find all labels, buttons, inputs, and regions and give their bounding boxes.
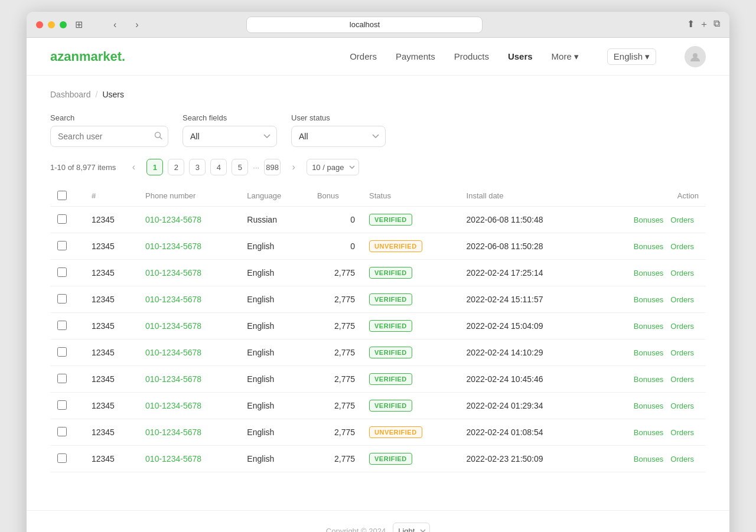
- row-install-date: 2022-02-24 01:29:34: [460, 393, 591, 419]
- back-button[interactable]: ‹: [110, 18, 120, 31]
- orders-link[interactable]: Orders: [670, 375, 694, 384]
- status-badge: VERIFIED: [369, 400, 412, 412]
- row-checkbox[interactable]: [57, 347, 67, 357]
- next-page-button[interactable]: ›: [285, 159, 302, 175]
- bonuses-link[interactable]: Bonuses: [634, 375, 664, 384]
- phone-link[interactable]: 010-1234-5678: [145, 321, 201, 331]
- search-icon: [154, 132, 162, 140]
- phone-link[interactable]: 010-1234-5678: [145, 215, 201, 224]
- nav-products[interactable]: Products: [454, 51, 489, 61]
- row-id: 12345: [84, 366, 138, 393]
- nav-orders[interactable]: Orders: [350, 51, 377, 61]
- language-selector[interactable]: English ▾: [607, 48, 656, 65]
- row-phone: 010-1234-5678: [138, 340, 240, 366]
- page-5-button[interactable]: 5: [232, 159, 248, 175]
- orders-link[interactable]: Orders: [670, 216, 694, 224]
- breadcrumb-dashboard[interactable]: Dashboard: [50, 90, 91, 99]
- row-actions: Bonuses Orders: [591, 419, 706, 446]
- row-id: 12345: [84, 260, 138, 286]
- page-4-button[interactable]: 4: [210, 159, 227, 175]
- bonuses-link[interactable]: Bonuses: [634, 455, 664, 464]
- row-install-date: 2022-06-08 11:50:28: [460, 233, 591, 260]
- page-2-button[interactable]: 2: [168, 159, 184, 175]
- row-checkbox[interactable]: [57, 400, 67, 410]
- page-3-button[interactable]: 3: [189, 159, 206, 175]
- per-page-select[interactable]: 10 / page: [307, 159, 359, 175]
- orders-link[interactable]: Orders: [670, 269, 694, 278]
- phone-link[interactable]: 010-1234-5678: [145, 427, 201, 437]
- row-checkbox[interactable]: [57, 267, 67, 277]
- search-icon-button[interactable]: [154, 132, 162, 142]
- bonuses-link[interactable]: Bonuses: [634, 242, 664, 251]
- bonuses-link[interactable]: Bonuses: [634, 322, 664, 331]
- table-row: 12345 010-1234-5678 English 2,775 VERIFI…: [50, 393, 706, 419]
- sidebar-toggle-button[interactable]: ⊞: [71, 18, 86, 31]
- row-bonus: 2,775: [310, 340, 362, 366]
- orders-link[interactable]: Orders: [670, 402, 694, 410]
- row-checkbox[interactable]: [57, 241, 67, 250]
- nav-payments[interactable]: Payments: [396, 51, 435, 61]
- phone-link[interactable]: 010-1234-5678: [145, 374, 201, 384]
- row-checkbox-cell: [50, 419, 84, 446]
- close-dot[interactable]: [36, 21, 43, 28]
- row-id: 12345: [84, 207, 138, 233]
- nav-links: Orders Payments Products Users More ▾ En…: [350, 46, 706, 67]
- user-avatar[interactable]: [685, 46, 706, 67]
- row-checkbox[interactable]: [57, 427, 67, 436]
- row-checkbox-cell: [50, 286, 84, 313]
- filters-row: Search Search fields All: [50, 113, 706, 147]
- nav-more-button[interactable]: More ▾: [552, 51, 579, 62]
- status-badge: UNVERIFIED: [369, 426, 422, 438]
- new-tab-icon[interactable]: ＋: [699, 18, 709, 31]
- theme-select[interactable]: Light: [393, 523, 430, 532]
- bonuses-link[interactable]: Bonuses: [634, 348, 664, 357]
- row-checkbox[interactable]: [57, 453, 67, 463]
- status-select[interactable]: All: [291, 126, 386, 147]
- fields-select[interactable]: All: [183, 126, 277, 147]
- row-bonus: 2,775: [310, 366, 362, 393]
- search-input-wrap: [50, 126, 168, 147]
- phone-link[interactable]: 010-1234-5678: [145, 401, 201, 410]
- row-checkbox[interactable]: [57, 294, 67, 303]
- phone-link[interactable]: 010-1234-5678: [145, 241, 201, 251]
- phone-link[interactable]: 010-1234-5678: [145, 454, 201, 464]
- bonuses-link[interactable]: Bonuses: [634, 402, 664, 410]
- row-language: English: [240, 313, 310, 340]
- search-input[interactable]: [50, 126, 168, 147]
- orders-link[interactable]: Orders: [670, 295, 694, 304]
- tabs-icon[interactable]: ⧉: [713, 18, 720, 31]
- phone-link[interactable]: 010-1234-5678: [145, 268, 201, 278]
- share-icon[interactable]: ⬆: [687, 18, 695, 31]
- row-phone: 010-1234-5678: [138, 286, 240, 313]
- nav-users[interactable]: Users: [508, 51, 533, 61]
- row-checkbox[interactable]: [57, 214, 67, 224]
- phone-link[interactable]: 010-1234-5678: [145, 348, 201, 357]
- row-checkbox[interactable]: [57, 321, 67, 330]
- phone-link[interactable]: 010-1234-5678: [145, 295, 201, 304]
- page-1-button[interactable]: 1: [146, 159, 163, 175]
- orders-link[interactable]: Orders: [670, 348, 694, 357]
- orders-link[interactable]: Orders: [670, 242, 694, 251]
- row-status: UNVERIFIED: [362, 233, 460, 260]
- select-all-checkbox[interactable]: [57, 191, 67, 200]
- breadcrumb: Dashboard / Users: [50, 90, 706, 99]
- th-phone: Phone number: [138, 185, 240, 207]
- forward-button[interactable]: ›: [132, 18, 142, 31]
- last-page-button[interactable]: 898: [264, 159, 281, 175]
- bonuses-link[interactable]: Bonuses: [634, 216, 664, 224]
- row-checkbox[interactable]: [57, 374, 67, 383]
- bonuses-link[interactable]: Bonuses: [634, 295, 664, 304]
- orders-link[interactable]: Orders: [670, 455, 694, 464]
- url-bar[interactable]: localhost: [246, 17, 483, 33]
- prev-page-button[interactable]: ‹: [125, 159, 142, 175]
- bonuses-link[interactable]: Bonuses: [634, 428, 664, 437]
- orders-link[interactable]: Orders: [670, 322, 694, 331]
- status-badge: VERIFIED: [369, 453, 412, 465]
- maximize-dot[interactable]: [60, 21, 67, 28]
- bonuses-link[interactable]: Bonuses: [634, 269, 664, 278]
- orders-link[interactable]: Orders: [670, 428, 694, 437]
- row-install-date: 2022-02-24 14:10:29: [460, 340, 591, 366]
- minimize-dot[interactable]: [48, 21, 55, 28]
- row-phone: 010-1234-5678: [138, 393, 240, 419]
- row-checkbox-cell: [50, 366, 84, 393]
